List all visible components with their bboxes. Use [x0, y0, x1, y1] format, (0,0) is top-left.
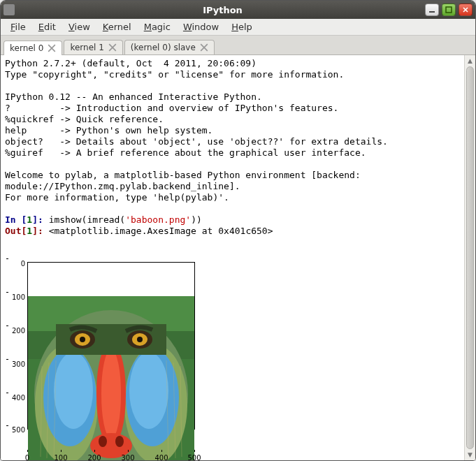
y-tick: 0 — [7, 258, 25, 270]
window-frame: IPython File Edit View Kernel Magic Wind… — [0, 0, 476, 461]
menu-view[interactable]: View — [63, 20, 96, 34]
app-icon — [3, 4, 15, 15]
tab-kernel-0-slave[interactable]: (kernel 0) slave — [124, 40, 215, 54]
x-tick: 100 — [54, 453, 67, 460]
maximize-button[interactable] — [442, 3, 456, 16]
window-title: IPython — [20, 5, 425, 15]
x-tick: 200 — [87, 453, 101, 460]
close-icon[interactable] — [48, 44, 56, 52]
content-area: Python 2.7.2+ (default, Oct 4 2011, 20:0… — [1, 55, 475, 460]
menu-file[interactable]: File — [5, 20, 31, 34]
help-line: %guiref -> A brief reference about the g… — [5, 147, 366, 158]
pylab-line: module://IPython.zmq.pylab.backend_inlin… — [5, 181, 240, 191]
close-icon — [462, 6, 469, 13]
scroll-thumb[interactable] — [466, 66, 474, 449]
help-line: ? -> Introduction and overview of IPytho… — [5, 103, 338, 113]
svg-rect-0 — [429, 11, 435, 13]
minimize-button[interactable] — [425, 3, 439, 16]
y-tick: 100 — [7, 292, 25, 303]
plot-output: 0 100 200 300 400 500 — [5, 240, 201, 460]
close-icon[interactable] — [108, 43, 117, 52]
y-tick: 500 — [7, 425, 25, 436]
x-tick: 400 — [154, 453, 168, 460]
y-tick: 200 — [7, 325, 25, 337]
menu-magic[interactable]: Magic — [138, 20, 176, 34]
tab-kernel-0[interactable]: kernel 0 — [3, 41, 62, 55]
maximize-icon — [445, 6, 452, 13]
in-prompt: In [1]: — [5, 214, 49, 225]
svg-point-21 — [99, 436, 107, 447]
svg-point-22 — [115, 436, 124, 447]
tab-label: kernel 1 — [70, 43, 103, 52]
out-value: <matplotlib.image.AxesImage at 0x401c650… — [49, 226, 273, 236]
code-string: 'baboon.png' — [125, 214, 191, 225]
y-ticks: 0 100 200 300 400 500 — [8, 258, 27, 434]
y-tick: 300 — [7, 359, 25, 370]
svg-rect-1 — [446, 7, 452, 13]
plot-axes: 0 100 200 300 400 500 — [27, 262, 195, 430]
tabbar: kernel 0 kernel 1 (kernel 0) slave — [1, 36, 475, 55]
x-tick: 300 — [121, 453, 134, 460]
close-button[interactable] — [459, 3, 473, 16]
code: )) — [191, 214, 202, 225]
scroll-down-icon[interactable]: ▼ — [465, 449, 475, 460]
menubar: File Edit View Kernel Magic Window Help — [1, 19, 475, 36]
menu-window[interactable]: Window — [178, 20, 224, 34]
x-tick: 0 — [25, 453, 29, 460]
out-prompt: Out[1]: — [5, 226, 49, 236]
help-line: %quickref -> Quick reference. — [5, 114, 164, 124]
svg-point-18 — [54, 352, 93, 429]
banner-line: Python 2.7.2+ (default, Oct 4 2011, 20:0… — [5, 58, 262, 68]
y-tick: 400 — [7, 393, 25, 404]
titlebar[interactable]: IPython — [1, 1, 475, 19]
menu-kernel[interactable]: Kernel — [97, 20, 137, 34]
menu-help[interactable]: Help — [226, 20, 258, 34]
scrollbar-vertical[interactable]: ▲ ▼ — [464, 55, 475, 460]
baboon-image — [28, 296, 194, 460]
banner-line: Type "copyright", "credits" or "license"… — [5, 69, 344, 80]
x-ticks: 0 100 200 300 400 500 — [27, 452, 195, 460]
help-line: object? -> Details about 'object', use '… — [5, 136, 388, 147]
x-tick: 500 — [187, 453, 201, 460]
svg-point-29 — [137, 337, 143, 342]
code: imshow(imread( — [49, 214, 126, 225]
svg-point-28 — [80, 337, 85, 342]
ipython-line: IPython 0.12 -- An enhanced Interactive … — [5, 92, 262, 102]
tab-label: kernel 0 — [10, 43, 43, 53]
minimize-icon — [428, 6, 435, 13]
menu-edit[interactable]: Edit — [33, 20, 62, 34]
console[interactable]: Python 2.7.2+ (default, Oct 4 2011, 20:0… — [1, 55, 464, 460]
pylab-line: Welcome to pylab, a matplotlib-based Pyt… — [5, 170, 366, 180]
scroll-up-icon[interactable]: ▲ — [465, 55, 475, 66]
close-icon[interactable] — [200, 43, 208, 52]
tab-label: (kernel 0) slave — [131, 43, 196, 52]
svg-point-19 — [129, 352, 168, 429]
help-line: help -> Python's own help system. — [5, 125, 212, 136]
pylab-line: For more information, type 'help(pylab)'… — [5, 192, 229, 203]
window-buttons — [425, 3, 473, 16]
tab-kernel-1[interactable]: kernel 1 — [64, 40, 122, 54]
